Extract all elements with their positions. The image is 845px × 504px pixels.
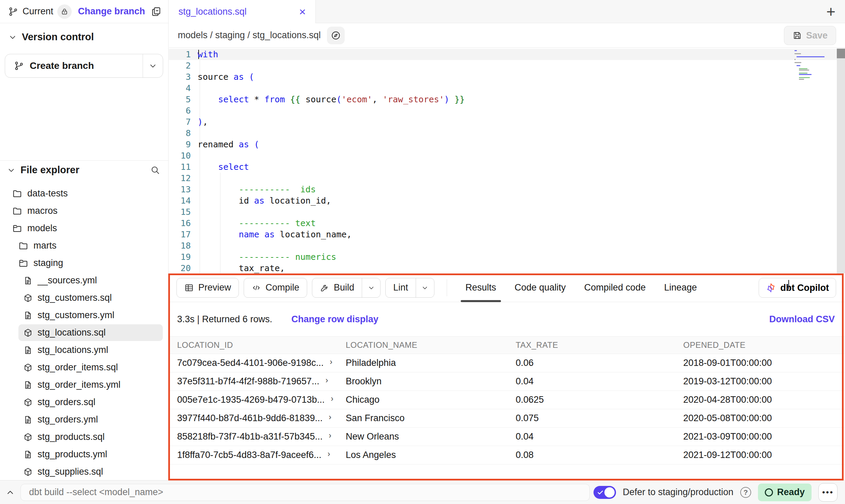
file-explorer-title: File explorer bbox=[20, 164, 79, 176]
file-tree-item-marts[interactable]: marts bbox=[0, 237, 168, 254]
code-editor[interactable]: 1234567891011121314151617181920 withsour… bbox=[169, 48, 845, 273]
file-tree-item-stg-customers-yml[interactable]: stg_customers.yml bbox=[0, 307, 168, 324]
row-expander-icon[interactable]: › bbox=[328, 449, 330, 459]
minimap-line bbox=[799, 70, 810, 71]
code-line: select * from {{ source('ecom', 'raw_sto… bbox=[198, 94, 790, 105]
help-icon[interactable]: ? bbox=[740, 487, 751, 498]
preview-button[interactable]: Preview bbox=[176, 278, 239, 298]
file-tree-item--sources-yml[interactable]: __sources.yml bbox=[0, 272, 168, 289]
code-line: name as location_name, bbox=[198, 229, 790, 240]
lint-dropdown[interactable] bbox=[416, 278, 434, 297]
lint-label: Lint bbox=[393, 282, 408, 293]
panel-tab-lineage[interactable]: Lineage bbox=[664, 273, 697, 302]
dbt-copilot-button[interactable]: dbt Copilot bbox=[759, 278, 836, 298]
git-branch-icon bbox=[8, 6, 18, 17]
table-row[interactable]: 3977f440-b87d-461b-9dd6-81839...›San Fra… bbox=[169, 409, 845, 428]
file-explorer-header[interactable]: File explorer bbox=[7, 164, 162, 176]
row-expander-icon[interactable]: › bbox=[330, 357, 332, 367]
results-table: LOCATION_IDLOCATION_NAMETAX_RATEOPENED_D… bbox=[169, 336, 845, 464]
status-ready-badge[interactable]: Ready bbox=[758, 484, 812, 501]
chevron-down-icon bbox=[421, 284, 429, 292]
table-row[interactable]: 37e5f311-b7f4-4f2f-988b-719657...›Brookl… bbox=[169, 372, 845, 391]
panel-tab-results[interactable]: Results bbox=[466, 273, 496, 302]
file-tree-item-models[interactable]: models bbox=[0, 220, 168, 237]
create-branch-main[interactable]: Create branch bbox=[5, 54, 143, 77]
minimap-line bbox=[799, 74, 812, 75]
new-tab-button[interactable]: + bbox=[826, 4, 835, 19]
save-button[interactable]: Save bbox=[784, 26, 836, 45]
file-tree-item-macros[interactable]: macros bbox=[0, 202, 168, 220]
code-line: select bbox=[198, 161, 790, 173]
close-tab-icon[interactable]: × bbox=[299, 6, 306, 17]
results-table-header: LOCATION_IDLOCATION_NAMETAX_RATEOPENED_D… bbox=[169, 336, 845, 354]
results-info-row: 3.3s | Returned 6 rows. Change row displ… bbox=[169, 302, 845, 336]
compile-button[interactable]: Compile bbox=[244, 278, 307, 298]
collapse-panel-icon[interactable] bbox=[0, 488, 20, 497]
file-tree-item-stg-locations-sql[interactable]: stg_locations.sql bbox=[0, 324, 168, 341]
file-tree-item-data-tests[interactable]: data-tests bbox=[0, 185, 168, 202]
cell-opened-date: 2020-05-08T00:00:00 bbox=[683, 413, 845, 424]
file-tree-item-stg-order-items-yml[interactable]: stg_order_items.yml bbox=[0, 376, 168, 394]
file-tree-item-stg-order-items-sql[interactable]: stg_order_items.sql bbox=[0, 359, 168, 376]
defer-toggle[interactable] bbox=[593, 486, 616, 499]
file-tree-item-stg-orders-sql[interactable]: stg_orders.sql bbox=[0, 394, 168, 411]
cell-location-id: 1f8ffa70-7cb5-4d83-8a7f-9aceef6... bbox=[177, 450, 321, 460]
row-expander-icon[interactable]: › bbox=[331, 394, 333, 403]
code-line: ---------- text bbox=[198, 218, 790, 229]
file-tree-item-staging[interactable]: staging bbox=[0, 254, 168, 272]
file-tree-item-stg-orders-yml[interactable]: stg_orders.yml bbox=[0, 411, 168, 428]
file-tree-item-stg-locations-yml[interactable]: stg_locations.yml bbox=[0, 341, 168, 359]
change-row-display-link[interactable]: Change row display bbox=[291, 314, 378, 325]
model-icon bbox=[23, 432, 33, 442]
doc-icon bbox=[23, 311, 33, 320]
file-tree-item-stg-customers-sql[interactable]: stg_customers.sql bbox=[0, 289, 168, 307]
build-dropdown[interactable] bbox=[362, 278, 380, 297]
cell-location-name: Philadelphia bbox=[346, 358, 516, 368]
table-row[interactable]: 858218fb-73f7-4b1b-a31f-57b345...›New Or… bbox=[169, 428, 845, 446]
change-branch-link[interactable]: Change branch bbox=[78, 6, 145, 17]
dbt-cloud-ide: Current Change branch Version control Cr… bbox=[0, 0, 845, 504]
code-line bbox=[198, 60, 790, 71]
scrollbar-thumb[interactable] bbox=[837, 49, 845, 58]
row-expander-icon[interactable]: › bbox=[329, 431, 331, 440]
download-csv-link[interactable]: Download CSV bbox=[769, 314, 835, 325]
dbt-command-input[interactable] bbox=[20, 484, 590, 501]
code-line bbox=[198, 173, 790, 184]
line-number: 3 bbox=[169, 71, 191, 83]
lint-button[interactable]: Lint bbox=[386, 278, 416, 297]
table-row[interactable]: 1f8ffa70-7cb5-4d83-8a7f-9aceef6...›Los A… bbox=[169, 446, 845, 464]
chevron-down-icon bbox=[148, 61, 157, 70]
model-icon bbox=[23, 467, 33, 477]
code-line: with bbox=[198, 49, 790, 60]
file-tree-item-stg-products-yml[interactable]: stg_products.yml bbox=[0, 446, 168, 463]
create-branch-dropdown[interactable] bbox=[143, 54, 163, 77]
chevron-down-icon bbox=[7, 166, 16, 175]
code-line: id as location_id, bbox=[198, 195, 790, 206]
code-content[interactable]: withsource as ( select * from {{ source(… bbox=[198, 49, 790, 273]
file-name: stg_products.yml bbox=[38, 449, 107, 460]
panel-tab-compiled-code[interactable]: Compiled code bbox=[584, 273, 646, 302]
row-expander-icon[interactable]: › bbox=[326, 376, 328, 385]
minimap[interactable] bbox=[794, 50, 835, 112]
results-panel: Preview Compile Build Lint ResultsCode q… bbox=[169, 273, 845, 480]
panel-tab-code-quality[interactable]: Code quality bbox=[515, 273, 566, 302]
more-options-button[interactable]: ••• bbox=[818, 483, 837, 502]
folder-icon bbox=[12, 206, 23, 216]
version-control-header[interactable]: Version control bbox=[8, 31, 94, 43]
build-button[interactable]: Build bbox=[312, 278, 362, 297]
search-icon[interactable] bbox=[150, 165, 160, 175]
table-row[interactable]: 005e7e1c-1935-4269-b479-0713b...›Chicago… bbox=[169, 391, 845, 409]
chevron-down-icon bbox=[368, 284, 375, 292]
table-row[interactable]: 7c079cea-5ed4-4101-906e-9198c...›Philade… bbox=[169, 354, 845, 372]
ready-circle-icon bbox=[765, 488, 773, 496]
model-icon bbox=[23, 293, 33, 303]
lineage-compass-button[interactable] bbox=[327, 27, 345, 44]
dbt-copilot-logo-icon bbox=[766, 283, 776, 293]
copy-icon[interactable] bbox=[151, 6, 161, 17]
tab-stg-locations[interactable]: stg_locations.sql × bbox=[169, 0, 316, 23]
cell-tax-rate: 0.0625 bbox=[516, 395, 683, 405]
file-tree-item-stg-supplies-sql[interactable]: stg_supplies.sql bbox=[0, 463, 168, 480]
row-expander-icon[interactable]: › bbox=[329, 413, 331, 422]
file-tree-item-stg-products-sql[interactable]: stg_products.sql bbox=[0, 428, 168, 446]
minimap-line bbox=[799, 68, 808, 69]
